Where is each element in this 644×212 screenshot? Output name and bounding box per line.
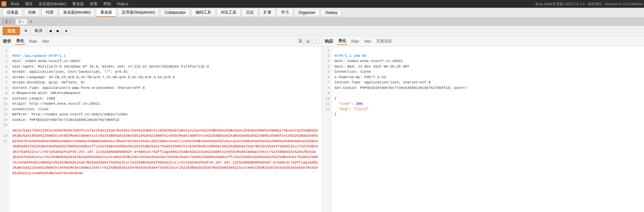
toolbar-encoder[interactable]: 编码工具: [191, 8, 215, 16]
response-code-area[interactable]: 12345 678910 1112 HTTP/1.1 200 OK Host: …: [322, 47, 644, 212]
response-tab-render[interactable]: 页面渲染: [375, 38, 393, 45]
menu-help[interactable]: 帮助: [101, 1, 114, 7]
request-more-btn[interactable]: ⋮: [312, 38, 319, 44]
request-code-content: POST /api/update HTTP/1.1 Host: node4.an…: [10, 47, 322, 212]
toolbar-collaborator[interactable]: Collaborator: [160, 9, 190, 16]
toolbar-target[interactable]: 目标: [24, 8, 40, 16]
cancel-button[interactable]: 取消: [32, 27, 45, 35]
toolbar-learn[interactable]: 学习: [277, 8, 293, 16]
tab-2[interactable]: 2 ×: [15, 18, 28, 25]
request-title: 请求: [3, 38, 11, 44]
toolbar-proxy[interactable]: 代理: [41, 8, 58, 16]
tab-1-close[interactable]: ×: [9, 20, 11, 24]
menu-project[interactable]: 项目: [22, 1, 35, 7]
toolbar-intruder[interactable]: 攻击器(Intruder): [59, 8, 95, 16]
nav-prev-button[interactable]: ◀: [47, 28, 53, 34]
toolbar-galaxy[interactable]: Galaxy: [321, 9, 341, 16]
toolbar-organizer[interactable]: Organizer: [294, 9, 320, 16]
toolbar-log[interactable]: 日志: [242, 8, 258, 16]
tab-1[interactable]: 1 ×: [2, 18, 15, 25]
response-panel-header: 响应 美化 Raw Hex 页面渲染: [322, 36, 644, 47]
request-tab-hex[interactable]: Hex: [41, 38, 50, 44]
window-title: Burp Suite专业版 v2023.10.2.4 - 临时项目 - lice…: [536, 2, 643, 6]
request-tab-beautify[interactable]: 美化: [15, 37, 25, 45]
request-list-view-btn[interactable]: ☰: [297, 38, 304, 44]
toolbar-dashboard[interactable]: 仪表盘: [3, 8, 23, 16]
response-panel-tabs: 美化 Raw Hex 页面渲染: [337, 37, 393, 45]
response-tab-beautify[interactable]: 美化: [337, 37, 347, 45]
tab-2-close[interactable]: ×: [22, 20, 24, 24]
response-panel: 响应 美化 Raw Hex 页面渲染 12345 678910 1112 HTT…: [322, 36, 644, 212]
burp-logo: B: [1, 1, 6, 6]
menu-view[interactable]: 查看: [87, 1, 100, 7]
menu-burp[interactable]: Burp: [8, 1, 22, 7]
request-code-area[interactable]: 12345 678910 1112131415 1617 POST /api/u…: [0, 47, 322, 212]
request-wrap-btn[interactable]: \n: [305, 39, 311, 44]
tab-1-label: 1: [6, 19, 8, 24]
toolbar-extensions[interactable]: 扩展: [259, 8, 276, 16]
menu-repeater[interactable]: 重放器: [70, 1, 86, 7]
request-panel-actions: ☰ \n ⋮: [297, 38, 319, 44]
tab-2-label: 2: [19, 19, 21, 24]
request-panel: 请求 美化 Raw Hex ☰ \n ⋮ 12345 678910 111213…: [0, 36, 322, 212]
toolbar-sequencer[interactable]: 定序器(Sequencer): [118, 8, 159, 16]
request-panel-header: 请求 美化 Raw Hex ☰ \n ⋮: [0, 36, 322, 47]
response-title: 响应: [325, 38, 333, 44]
response-tab-raw[interactable]: Raw: [350, 38, 360, 44]
response-code-content: HTTP/1.1 200 OK Host: node4.anna.nssctf.…: [332, 47, 644, 212]
tab-add-button[interactable]: +: [28, 19, 34, 25]
request-tab-raw[interactable]: Raw: [28, 38, 38, 44]
main-toolbar: 仪表盘 目标 代理 攻击器(Intruder) 重放器 定序器(Sequence…: [0, 8, 644, 17]
nav-next-button[interactable]: ▶: [55, 28, 61, 34]
toolbar-repeater[interactable]: 重放器: [96, 8, 116, 17]
request-line-numbers: 12345 678910 1112131415 1617: [0, 47, 10, 212]
nav-menu-button[interactable]: ▼: [63, 28, 70, 34]
menu-intruder[interactable]: 攻击器(Intruder): [36, 1, 69, 7]
send-button[interactable]: 发送: [3, 27, 20, 35]
main-content: 请求 美化 Raw Hex ☰ \n ⋮ 12345 678910 111213…: [0, 36, 644, 212]
request-panel-tabs: 美化 Raw Hex: [15, 37, 50, 45]
action-bar: 发送 ⚙ 取消 ◀ ▶ ▼: [0, 26, 644, 36]
settings-button[interactable]: ⚙: [22, 28, 30, 34]
response-tab-hex[interactable]: Hex: [363, 38, 372, 44]
menu-hopla[interactable]: HopLa: [114, 1, 131, 7]
menu-bar: B Burp 项目 攻击器(Intruder) 重放器 查看 帮助 HopLa …: [0, 0, 644, 8]
tab-bar: 1 × 2 × +: [0, 17, 644, 26]
response-line-numbers: 12345 678910 1112: [322, 47, 332, 212]
toolbar-compare[interactable]: 对比工具: [217, 8, 241, 16]
